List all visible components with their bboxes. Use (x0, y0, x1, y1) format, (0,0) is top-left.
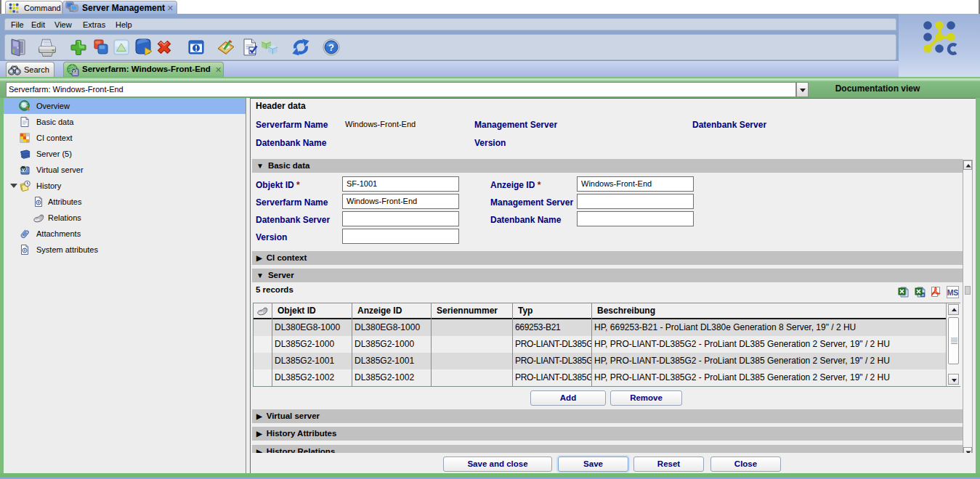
svg-text:v: v (73, 68, 76, 73)
svg-text:v: v (22, 166, 25, 173)
svg-text:MS: MS (947, 288, 959, 297)
svg-text:?: ? (328, 42, 334, 53)
svg-text:c: c (16, 9, 18, 14)
